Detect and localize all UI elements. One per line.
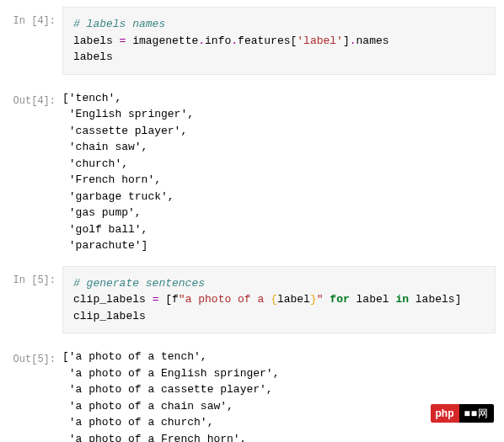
code-token: f <box>172 293 179 306</box>
code-token: = <box>113 35 132 47</box>
code-token: labels <box>416 293 455 306</box>
code-token: } <box>310 293 317 306</box>
code-token <box>350 293 357 306</box>
watermark-left: php <box>431 404 459 423</box>
code-token: names <box>357 35 389 47</box>
code-token: features <box>238 35 290 47</box>
jupyter-notebook: In [4]: # labels names labels = imagenet… <box>0 0 504 442</box>
code-token: info <box>205 35 231 47</box>
code-token: for <box>330 293 349 306</box>
code-token: [ <box>165 293 172 306</box>
code-token: . <box>198 35 205 47</box>
code-token: . <box>231 35 238 47</box>
code-token: " <box>317 293 324 306</box>
code-token: labels <box>73 35 113 47</box>
code-token: = <box>146 293 165 306</box>
cell-out-5: Out[5]: ['a photo of a tench', 'a photo … <box>0 345 504 442</box>
cell-out-4: Out[4]: ['tench', 'English springer', 'c… <box>0 87 504 254</box>
code-token: 'label' <box>297 35 343 47</box>
code-token: . <box>350 35 357 47</box>
comment-line: # generate sentences <box>73 277 205 290</box>
cell-in-4: In [4]: # labels names labels = imagenet… <box>0 7 504 75</box>
prompt-in-5: In [5]: <box>0 266 62 288</box>
code-token: ] <box>343 35 350 47</box>
output-out-5: ['a photo of a tench', 'a photo of a Eng… <box>62 345 504 442</box>
code-token: clip_labels <box>73 293 146 306</box>
watermark-right: ■■网 <box>459 404 495 423</box>
code-token: { <box>271 293 277 306</box>
code-token: imagenette <box>132 35 198 47</box>
code-token: ] <box>455 293 462 306</box>
code-token: clip_labels <box>73 310 146 322</box>
code-in-5[interactable]: # generate sentences clip_labels = [f"a … <box>62 266 496 334</box>
prompt-out-5: Out[5]: <box>0 345 62 367</box>
prompt-out-4: Out[4]: <box>0 87 62 109</box>
output-out-4: ['tench', 'English springer', 'cassette … <box>62 87 504 254</box>
code-in-4[interactable]: # labels names labels = imagenette.info.… <box>62 7 496 75</box>
code-token: labels <box>73 51 113 63</box>
site-watermark: php ■■网 <box>431 404 495 423</box>
code-token: label <box>277 293 310 306</box>
comment-line: # labels names <box>73 18 165 30</box>
cell-in-5: In [5]: # generate sentences clip_labels… <box>0 266 504 334</box>
code-token: in <box>395 293 409 306</box>
code-token: label <box>357 293 389 306</box>
prompt-in-4: In [4]: <box>0 7 62 29</box>
code-token: "a photo of a <box>179 293 271 306</box>
code-token <box>409 293 416 306</box>
